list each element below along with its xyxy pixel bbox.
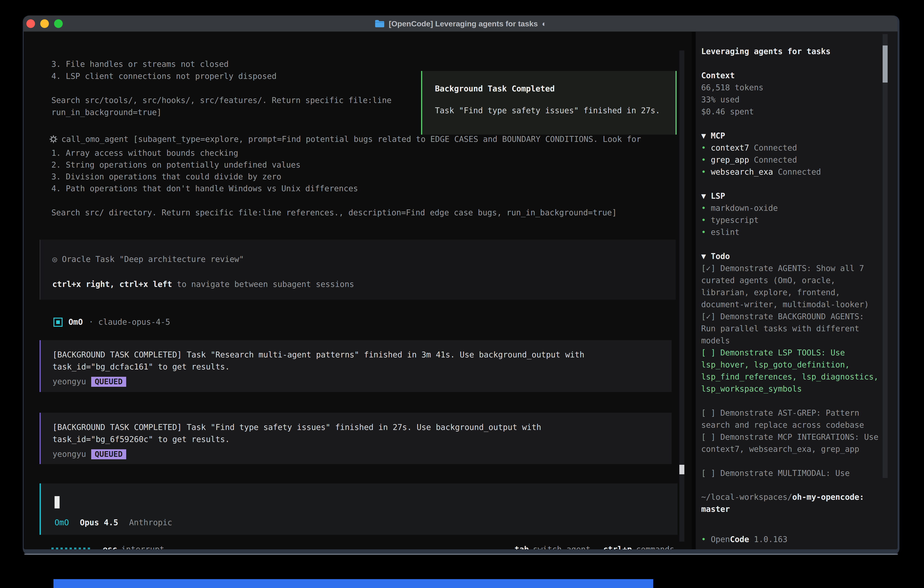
oracle-hint: ctrl+x right, ctrl+x left to navigate be… [52, 278, 676, 291]
lsp-server-name: eslint [711, 228, 739, 237]
target-icon: ◎ [52, 255, 57, 264]
todo-item: [✓] Demonstrate AGENTS: Show all 7 curat… [701, 263, 879, 311]
section-header-todo[interactable]: ▼ Todo [701, 250, 879, 263]
app-name-prefix: Open [711, 535, 730, 544]
connected-dot-icon: • [701, 228, 706, 237]
toast-title: Background Task Completed [435, 84, 675, 93]
status-bar: esc interrupt tab switch agent ctrl+p co… [51, 545, 674, 549]
todo-item: [ ] Demonstrate MULTIMODAL: Use [701, 467, 879, 479]
mcp-server-item: • websearch_exa Connected [701, 166, 879, 178]
folder-icon [375, 20, 385, 28]
lsp-server-name: typescript [711, 216, 759, 225]
lsp-server-item: • markdown-oxide [701, 202, 879, 214]
interrupt-hint: esc interrupt [103, 545, 164, 549]
status-dot-icon: • [701, 535, 706, 544]
tool-call-row: call_omo_agent [subagent_type=explore, p… [49, 135, 641, 144]
tool-call-items: 1. Array access without bounds checking … [51, 147, 358, 195]
connected-dot-icon: • [701, 216, 706, 225]
spinner-dot-icon [65, 548, 67, 549]
tool-call-footer: Search src/ directory. Return specific f… [51, 207, 617, 219]
app-version-number: 1.0.163 [754, 535, 787, 544]
terminal-window: [OpenCode] Leveraging agents for tasks ◐… [23, 15, 899, 555]
spinner-dot-icon [69, 548, 72, 549]
background-task-toast: Background Task Completed Task "Find typ… [421, 71, 676, 135]
session-state-icon: ◐ [542, 19, 547, 28]
agent-session-header[interactable]: OmO · claude-opus-4-5 [53, 316, 170, 328]
background-window-strip [53, 579, 653, 588]
status-badge: QUEUED [91, 377, 126, 387]
gear-icon [49, 135, 58, 144]
status-badge: QUEUED [91, 449, 126, 459]
task-message-user: yeongyu [53, 448, 86, 460]
mcp-server-item: • grep_app Connected [701, 154, 879, 166]
mcp-server-name: websearch_exa [711, 167, 773, 177]
app-version-row: • OpenCode 1.0.163 [701, 535, 787, 544]
esc-key-label: esc [103, 545, 117, 549]
connected-dot-icon: • [701, 155, 706, 164]
context-spent: $0.46 spent [701, 106, 879, 118]
spinner-dot-icon [79, 548, 81, 549]
lsp-server-name: markdown-oxide [711, 203, 778, 213]
spinner-dot-icon [61, 548, 63, 549]
mcp-server-status: Connected [754, 155, 797, 164]
lsp-server-item: • typescript [701, 214, 879, 226]
app-name-bold: Code [730, 535, 749, 544]
working-spinner [51, 548, 90, 549]
todo-item: [ ] Demonstrate LSP TOOLS: Use lsp_hover… [701, 347, 879, 395]
pane-divider [691, 32, 696, 549]
input-agent-name[interactable]: OmO [54, 518, 69, 527]
spinner-dot-icon [74, 548, 76, 549]
title-bar[interactable]: [OpenCode] Leveraging agents for tasks ◐ [24, 15, 898, 32]
input-model-name[interactable]: Opus 4.5 [80, 518, 118, 527]
mcp-server-item: • context7 Connected [701, 142, 879, 154]
mcp-server-status: Connected [754, 143, 797, 152]
oracle-task-panel[interactable]: ◎ Oracle Task "Deep architecture review"… [40, 239, 676, 300]
connected-dot-icon: • [701, 167, 706, 177]
context-tokens: 66,518 tokens [701, 82, 879, 94]
chat-scrollbar-thumb[interactable] [679, 465, 684, 474]
sidebar-session-title: Leveraging agents for tasks [701, 45, 879, 58]
toast-body: Task "Find type safety issues" finished … [435, 106, 675, 115]
todo-item: [ ] Demonstrate MCP INTEGRATIONS: Use co… [701, 431, 879, 455]
task-message-user: yeongyu [53, 376, 86, 388]
section-header-mcp[interactable]: ▼ MCP [701, 130, 879, 142]
lsp-server-item: • eslint [701, 226, 879, 238]
spinner-dot-icon [51, 548, 54, 549]
prompt-input[interactable]: OmO Opus 4.5 Anthropic [40, 483, 678, 535]
switch-agent-hint: tab switch agent [515, 545, 591, 549]
task-message: [BACKGROUND TASK COMPLETED] Task "Resear… [40, 340, 672, 392]
spinner-dot-icon [56, 548, 58, 549]
tab-key-label: tab [515, 545, 529, 549]
mcp-server-status: Connected [778, 167, 821, 177]
scrollback-text: 3. File handles or streams not closed 4.… [51, 58, 391, 119]
todo-item: [✓] Demonstrate BACKGROUND AGENTS: Run p… [701, 311, 879, 347]
agent-checkbox-icon [53, 318, 63, 327]
oracle-task-title: ◎ Oracle Task "Deep architecture review" [52, 253, 676, 265]
terminal-content-area: [OpenCode] Leveraging agents for tasks ◐… [24, 15, 898, 549]
window-title-text: [OpenCode] Leveraging agents for tasks [389, 19, 538, 28]
connected-dot-icon: • [701, 143, 706, 152]
chat-pane: 3. File handles or streams not closed 4.… [24, 32, 692, 549]
sidebar: Leveraging agents for tasks Context 66,5… [696, 32, 898, 549]
oracle-hint-rest: to navigate between subagent sessions [172, 280, 354, 289]
window-title: [OpenCode] Leveraging agents for tasks ◐ [24, 15, 898, 32]
section-header-lsp[interactable]: ▼ LSP [701, 190, 879, 202]
text-cursor [54, 496, 59, 509]
task-message-text: [BACKGROUND TASK COMPLETED] Task "Find t… [53, 421, 639, 446]
sidebar-scrollbar-thumb[interactable] [883, 45, 888, 83]
context-heading: Context [701, 69, 879, 82]
sidebar-scrollbar[interactable] [883, 34, 888, 478]
sidebar-content: Leveraging agents for tasks Context 66,5… [701, 45, 879, 479]
mcp-server-name: context7 [711, 143, 749, 152]
agent-name: OmO [68, 316, 83, 328]
ctrlp-key-label: ctrl+p [603, 545, 632, 549]
chat-scrollbar[interactable] [679, 51, 684, 542]
workspace-path-prefix: ~/local-workspaces/ [701, 492, 792, 502]
todo-item: [ ] Demonstrate AST-GREP: Pattern search… [701, 407, 879, 431]
spinner-dot-icon [88, 548, 90, 549]
task-message: [BACKGROUND TASK COMPLETED] Task "Find t… [40, 413, 672, 464]
workspace-path: ~/local-workspaces/oh-my-opencode: maste… [701, 491, 879, 515]
task-message-text: [BACKGROUND TASK COMPLETED] Task "Resear… [53, 349, 639, 373]
connected-dot-icon: • [701, 203, 706, 213]
mcp-server-name: grep_app [711, 155, 749, 164]
